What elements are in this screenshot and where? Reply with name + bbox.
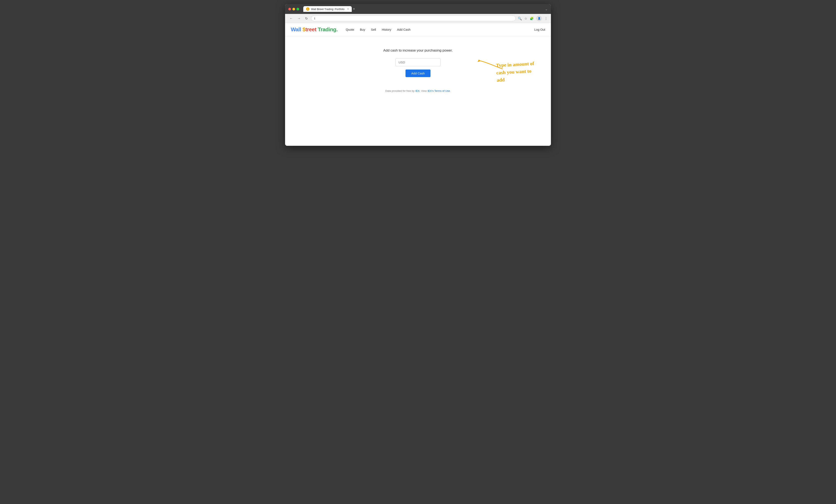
extensions-icon[interactable]: 🧩 bbox=[530, 17, 534, 20]
browser-nav-bar: ← → ↻ ℹ 🔍 ☆ 🧩 👤 ⋮ bbox=[285, 14, 551, 23]
minimize-button[interactable] bbox=[292, 8, 295, 11]
annotation-arrow bbox=[472, 57, 505, 73]
logo-dollar: $ bbox=[302, 26, 305, 33]
bookmark-icon[interactable]: ☆ bbox=[524, 17, 527, 20]
app-content: Wall $treet Trading. Quote Buy Sell Hist… bbox=[285, 23, 551, 146]
menu-icon[interactable]: ⋮ bbox=[544, 17, 548, 20]
svg-marker-0 bbox=[477, 59, 480, 62]
iex-terms-link[interactable]: IEX's Terms of Use bbox=[428, 89, 450, 92]
tab-title: Wall $treet Trading: Portfolio bbox=[311, 7, 345, 11]
page-footer: Data provided for free by IEX. View IEX'… bbox=[385, 89, 451, 92]
nav-history[interactable]: History bbox=[382, 28, 392, 31]
zoom-icon[interactable]: 🔍 bbox=[518, 17, 522, 20]
back-button[interactable]: ← bbox=[288, 16, 294, 21]
app-nav: Quote Buy Sell History Add Cash bbox=[346, 28, 411, 31]
reload-button[interactable]: ↻ bbox=[304, 16, 309, 21]
footer-end: . bbox=[450, 89, 451, 92]
tab-close-icon[interactable]: × bbox=[347, 7, 349, 11]
tab-bar: $ Wall $treet Trading: Portfolio × + bbox=[303, 6, 543, 12]
add-cash-button[interactable]: Add Cash bbox=[405, 70, 431, 77]
title-bar: $ Wall $treet Trading: Portfolio × + ⌄ bbox=[285, 4, 551, 14]
nav-sell[interactable]: Sell bbox=[371, 28, 376, 31]
app-header: Wall $treet Trading. Quote Buy Sell Hist… bbox=[285, 23, 551, 36]
maximize-button[interactable] bbox=[297, 8, 299, 11]
cash-form: Add Cash bbox=[396, 58, 440, 77]
nav-quote[interactable]: Quote bbox=[346, 28, 354, 31]
logo-dot: . bbox=[336, 26, 338, 33]
traffic-lights bbox=[288, 8, 299, 11]
forward-button[interactable]: → bbox=[296, 16, 302, 21]
close-button[interactable] bbox=[288, 8, 291, 11]
nav-add-cash[interactable]: Add Cash bbox=[397, 28, 411, 31]
browser-window: $ Wall $treet Trading: Portfolio × + ⌄ ←… bbox=[285, 4, 551, 146]
app-logo: Wall $treet Trading. bbox=[291, 26, 338, 33]
nav-actions: 🔍 ☆ 🧩 👤 ⋮ bbox=[518, 16, 548, 21]
logout-button[interactable]: Log Out bbox=[534, 28, 545, 31]
new-tab-button[interactable]: + bbox=[353, 7, 355, 11]
footer-text-before: Data provided for free by bbox=[385, 89, 415, 92]
annotation-text: Type in amount of cash you want to add bbox=[496, 60, 535, 84]
active-tab[interactable]: $ Wall $treet Trading: Portfolio × bbox=[303, 6, 352, 12]
iex-link[interactable]: IEX bbox=[415, 89, 420, 92]
tab-favicon: $ bbox=[306, 7, 309, 11]
cash-amount-input[interactable] bbox=[396, 58, 440, 66]
page-main: Add cash to increase your purchasing pow… bbox=[285, 36, 551, 105]
annotation-overlay: Type in amount of cash you want to add bbox=[496, 61, 535, 83]
address-bar[interactable]: ℹ bbox=[311, 16, 516, 21]
logo-space bbox=[316, 26, 318, 33]
address-info-icon: ℹ bbox=[314, 17, 315, 20]
title-bar-dropdown[interactable]: ⌄ bbox=[545, 7, 548, 11]
nav-buy[interactable]: Buy bbox=[360, 28, 365, 31]
profile-avatar[interactable]: 👤 bbox=[536, 16, 542, 21]
logo-wall: Wall bbox=[291, 26, 302, 33]
logo-trading: Trading bbox=[318, 26, 336, 33]
logo-treet: treet bbox=[305, 26, 316, 33]
header-right: Log Out bbox=[534, 28, 545, 32]
page-tagline: Add cash to increase your purchasing pow… bbox=[383, 49, 453, 53]
footer-middle: . View bbox=[420, 89, 428, 92]
